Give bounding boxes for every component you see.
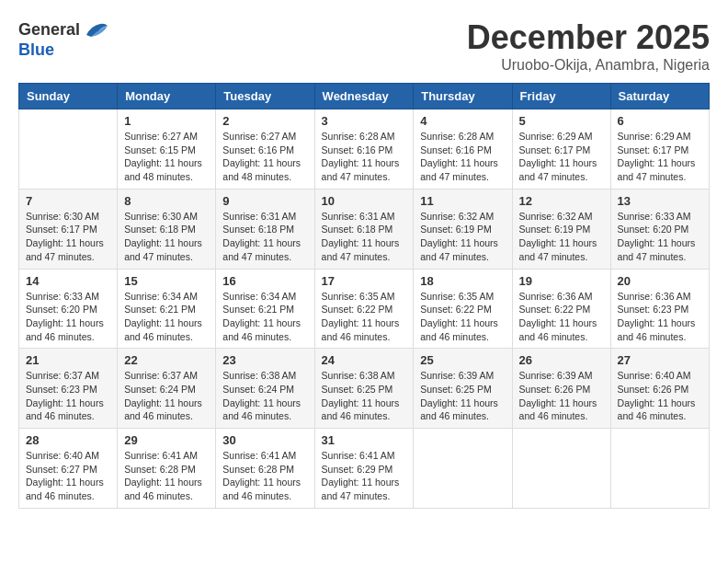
calendar-cell: 7Sunrise: 6:30 AM Sunset: 6:17 PM Daylig… (19, 189, 118, 269)
weekday-header-tuesday: Tuesday (216, 84, 314, 109)
logo-bird-icon (82, 18, 109, 40)
day-info: Sunrise: 6:39 AM Sunset: 6:25 PM Dayligh… (420, 369, 505, 423)
day-number: 8 (124, 194, 209, 208)
calendar-cell: 29Sunrise: 6:41 AM Sunset: 6:28 PM Dayli… (118, 429, 216, 509)
calendar-table: SundayMondayTuesdayWednesdayThursdayFrid… (18, 83, 710, 509)
day-number: 25 (420, 353, 505, 367)
day-number: 26 (519, 353, 604, 367)
calendar-cell: 26Sunrise: 6:39 AM Sunset: 6:26 PM Dayli… (512, 349, 610, 429)
page-header: General Blue December 2025 Uruobo-Okija,… (18, 18, 710, 74)
day-number: 22 (124, 353, 209, 367)
calendar-cell: 10Sunrise: 6:31 AM Sunset: 6:18 PM Dayli… (314, 189, 414, 269)
day-number: 11 (420, 194, 505, 208)
location-text: Uruobo-Okija, Anambra, Nigeria (467, 57, 710, 74)
calendar-cell: 12Sunrise: 6:32 AM Sunset: 6:19 PM Dayli… (512, 189, 610, 269)
day-number: 23 (222, 353, 307, 367)
calendar-header-row: SundayMondayTuesdayWednesdayThursdayFrid… (19, 84, 710, 109)
day-info: Sunrise: 6:35 AM Sunset: 6:22 PM Dayligh… (322, 290, 407, 344)
day-info: Sunrise: 6:40 AM Sunset: 6:26 PM Dayligh… (618, 369, 702, 423)
title-section: December 2025 Uruobo-Okija, Anambra, Nig… (467, 18, 710, 74)
logo: General Blue (18, 18, 109, 60)
calendar-cell: 13Sunrise: 6:33 AM Sunset: 6:20 PM Dayli… (610, 189, 709, 269)
day-info: Sunrise: 6:27 AM Sunset: 6:15 PM Dayligh… (124, 130, 209, 184)
day-number: 21 (26, 353, 110, 367)
weekday-header-saturday: Saturday (610, 84, 709, 109)
day-number: 18 (420, 274, 505, 288)
day-info: Sunrise: 6:41 AM Sunset: 6:29 PM Dayligh… (322, 449, 407, 503)
calendar-cell (414, 429, 512, 509)
day-number: 4 (420, 114, 505, 128)
calendar-cell: 9Sunrise: 6:31 AM Sunset: 6:18 PM Daylig… (216, 189, 314, 269)
calendar-cell: 6Sunrise: 6:29 AM Sunset: 6:17 PM Daylig… (610, 109, 709, 190)
calendar-cell: 16Sunrise: 6:34 AM Sunset: 6:21 PM Dayli… (216, 269, 314, 349)
day-number: 14 (26, 274, 110, 288)
calendar-week-row: 1Sunrise: 6:27 AM Sunset: 6:15 PM Daylig… (19, 109, 710, 190)
calendar-cell: 19Sunrise: 6:36 AM Sunset: 6:22 PM Dayli… (512, 269, 610, 349)
day-info: Sunrise: 6:37 AM Sunset: 6:23 PM Dayligh… (26, 369, 110, 423)
day-number: 7 (26, 194, 110, 208)
day-number: 17 (322, 274, 407, 288)
weekday-header-thursday: Thursday (414, 84, 512, 109)
day-info: Sunrise: 6:39 AM Sunset: 6:26 PM Dayligh… (519, 369, 604, 423)
day-number: 30 (222, 433, 307, 447)
calendar-cell: 3Sunrise: 6:28 AM Sunset: 6:16 PM Daylig… (314, 109, 414, 190)
day-info: Sunrise: 6:31 AM Sunset: 6:18 PM Dayligh… (322, 210, 407, 264)
weekday-header-wednesday: Wednesday (314, 84, 414, 109)
day-info: Sunrise: 6:34 AM Sunset: 6:21 PM Dayligh… (222, 290, 307, 344)
calendar-cell (610, 429, 709, 509)
day-info: Sunrise: 6:36 AM Sunset: 6:22 PM Dayligh… (519, 290, 604, 344)
day-info: Sunrise: 6:29 AM Sunset: 6:17 PM Dayligh… (618, 130, 702, 184)
day-number: 6 (618, 114, 702, 128)
calendar-cell: 5Sunrise: 6:29 AM Sunset: 6:17 PM Daylig… (512, 109, 610, 190)
month-title: December 2025 (467, 18, 710, 57)
day-number: 28 (26, 433, 110, 447)
calendar-week-row: 7Sunrise: 6:30 AM Sunset: 6:17 PM Daylig… (19, 189, 710, 269)
day-info: Sunrise: 6:28 AM Sunset: 6:16 PM Dayligh… (420, 130, 505, 184)
calendar-cell: 23Sunrise: 6:38 AM Sunset: 6:24 PM Dayli… (216, 349, 314, 429)
day-number: 12 (519, 194, 604, 208)
calendar-cell: 30Sunrise: 6:41 AM Sunset: 6:28 PM Dayli… (216, 429, 314, 509)
calendar-cell: 31Sunrise: 6:41 AM Sunset: 6:29 PM Dayli… (314, 429, 414, 509)
calendar-cell (512, 429, 610, 509)
day-info: Sunrise: 6:28 AM Sunset: 6:16 PM Dayligh… (322, 130, 407, 184)
day-info: Sunrise: 6:30 AM Sunset: 6:17 PM Dayligh… (26, 210, 110, 264)
day-info: Sunrise: 6:38 AM Sunset: 6:25 PM Dayligh… (322, 369, 407, 423)
calendar-cell: 4Sunrise: 6:28 AM Sunset: 6:16 PM Daylig… (414, 109, 512, 190)
calendar-cell: 20Sunrise: 6:36 AM Sunset: 6:23 PM Dayli… (610, 269, 709, 349)
calendar-cell: 22Sunrise: 6:37 AM Sunset: 6:24 PM Dayli… (118, 349, 216, 429)
day-info: Sunrise: 6:29 AM Sunset: 6:17 PM Dayligh… (519, 130, 604, 184)
day-number: 1 (124, 114, 209, 128)
calendar-week-row: 28Sunrise: 6:40 AM Sunset: 6:27 PM Dayli… (19, 429, 710, 509)
day-info: Sunrise: 6:33 AM Sunset: 6:20 PM Dayligh… (26, 290, 110, 344)
calendar-cell: 21Sunrise: 6:37 AM Sunset: 6:23 PM Dayli… (19, 349, 118, 429)
day-number: 15 (124, 274, 209, 288)
calendar-cell: 28Sunrise: 6:40 AM Sunset: 6:27 PM Dayli… (19, 429, 118, 509)
weekday-header-sunday: Sunday (19, 84, 118, 109)
day-number: 13 (618, 194, 702, 208)
day-number: 9 (222, 194, 307, 208)
calendar-cell: 1Sunrise: 6:27 AM Sunset: 6:15 PM Daylig… (118, 109, 216, 190)
logo-general-text: General (18, 20, 80, 40)
day-number: 27 (618, 353, 702, 367)
calendar-cell: 18Sunrise: 6:35 AM Sunset: 6:22 PM Dayli… (414, 269, 512, 349)
day-number: 16 (222, 274, 307, 288)
day-info: Sunrise: 6:38 AM Sunset: 6:24 PM Dayligh… (222, 369, 307, 423)
day-info: Sunrise: 6:30 AM Sunset: 6:18 PM Dayligh… (124, 210, 209, 264)
day-info: Sunrise: 6:41 AM Sunset: 6:28 PM Dayligh… (222, 449, 307, 503)
calendar-cell: 8Sunrise: 6:30 AM Sunset: 6:18 PM Daylig… (118, 189, 216, 269)
day-info: Sunrise: 6:34 AM Sunset: 6:21 PM Dayligh… (124, 290, 209, 344)
day-number: 19 (519, 274, 604, 288)
day-info: Sunrise: 6:37 AM Sunset: 6:24 PM Dayligh… (124, 369, 209, 423)
day-number: 31 (322, 433, 407, 447)
calendar-cell: 25Sunrise: 6:39 AM Sunset: 6:25 PM Dayli… (414, 349, 512, 429)
day-number: 20 (618, 274, 702, 288)
day-info: Sunrise: 6:33 AM Sunset: 6:20 PM Dayligh… (618, 210, 702, 264)
logo-blue-text: Blue (18, 40, 54, 60)
calendar-cell: 11Sunrise: 6:32 AM Sunset: 6:19 PM Dayli… (414, 189, 512, 269)
calendar-cell (19, 109, 118, 190)
calendar-cell: 2Sunrise: 6:27 AM Sunset: 6:16 PM Daylig… (216, 109, 314, 190)
calendar-week-row: 14Sunrise: 6:33 AM Sunset: 6:20 PM Dayli… (19, 269, 710, 349)
day-info: Sunrise: 6:31 AM Sunset: 6:18 PM Dayligh… (222, 210, 307, 264)
day-number: 24 (322, 353, 407, 367)
calendar-cell: 17Sunrise: 6:35 AM Sunset: 6:22 PM Dayli… (314, 269, 414, 349)
